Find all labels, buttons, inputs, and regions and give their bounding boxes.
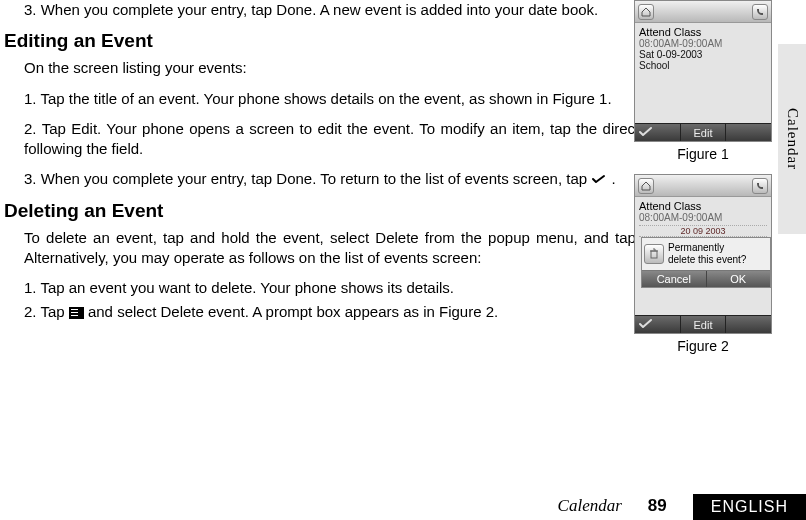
paragraph-editing-step2: 2. Tap Edit. Your phone opens a screen t…: [4, 119, 668, 160]
paragraph-editing-step1: 1. Tap the title of an event. Your phone…: [4, 89, 668, 109]
figure2-dialog-body: Permanently delete this event?: [642, 238, 770, 270]
figure2-softkey-bar: Edit: [635, 315, 771, 333]
figure2-status-bar: [635, 175, 771, 197]
figure1-screen: Attend Class 08:00AM-09:00AM Sat 0-09-20…: [635, 23, 771, 123]
figure1-softkey-center: Edit: [680, 124, 726, 141]
footer-page-number: 89: [648, 496, 667, 520]
back-arrow-icon: [591, 174, 607, 186]
figure2-softkey-back-icon: [639, 318, 653, 330]
section-side-tab: Calendar: [778, 44, 806, 234]
figure1-event-title: Attend Class: [639, 26, 767, 38]
paragraph-editing-step3-a: 3. When you complete your entry, tap Don…: [24, 170, 591, 187]
figure2-event-time: 08:00AM-09:00AM: [639, 212, 767, 223]
footer-section-name: Calendar: [558, 496, 622, 520]
footer-language-badge: ENGLISH: [693, 494, 806, 520]
section-side-tab-label: Calendar: [784, 108, 801, 170]
paragraph-editing-step3: 3. When you complete your entry, tap Don…: [4, 169, 668, 189]
figure2-caption: Figure 2: [634, 338, 772, 354]
figure2-dialog-text: Permanently delete this event?: [668, 242, 746, 266]
paragraph-deleting-step2: 2. Tap and select Delete event. A prompt…: [4, 302, 668, 322]
figure2-dialog-actions: Cancel OK: [642, 270, 770, 287]
figure2-softkey-center: Edit: [680, 316, 726, 333]
heading-deleting-event: Deleting an Event: [4, 200, 668, 222]
figure1-softkey-bar: Edit: [635, 123, 771, 141]
figure2-dialog-line1: Permanently: [668, 242, 746, 254]
figure1-phone: Attend Class 08:00AM-09:00AM Sat 0-09-20…: [634, 0, 772, 142]
paragraph-deleting-intro: To delete an event, tap and hold the eve…: [4, 228, 668, 269]
paragraph-deleting-step2-b: and select Delete event. A prompt box ap…: [88, 303, 498, 320]
figure2-mid-date: 20 09 2003: [639, 225, 767, 237]
figure2-event-title: Attend Class: [639, 200, 767, 212]
figure2-screen: Attend Class 08:00AM-09:00AM 20 09 2003 …: [635, 197, 771, 315]
home-icon: [638, 4, 654, 20]
paragraph-editing-intro: On the screen listing your events:: [4, 58, 668, 78]
home-icon: [638, 178, 654, 194]
menu-icon: [69, 307, 84, 319]
figure2-cancel-button: Cancel: [642, 271, 707, 287]
figure2-ok-button: OK: [707, 271, 771, 287]
svg-rect-0: [651, 251, 657, 258]
figure1-softkey-back-icon: [639, 126, 653, 138]
heading-editing-event: Editing an Event: [4, 30, 668, 52]
figure1-event-date: Sat 0-09-2003: [639, 49, 767, 60]
trash-icon: [644, 244, 664, 264]
main-text-column: 3. When you complete your entry, tap Don…: [4, 0, 668, 323]
phone-icon: [752, 4, 768, 20]
figure1-status-bar: [635, 1, 771, 23]
paragraph-deleting-step1: 1. Tap an event you want to delete. Your…: [4, 278, 668, 298]
phone-icon: [752, 178, 768, 194]
figure1-event-location: School: [639, 60, 767, 71]
paragraph-editing-step3-b: .: [611, 170, 615, 187]
figure2-confirm-dialog: Permanently delete this event? Cancel OK: [641, 237, 771, 288]
figure1-caption: Figure 1: [634, 146, 772, 162]
figure1-event-time: 08:00AM-09:00AM: [639, 38, 767, 49]
figure2-phone: Attend Class 08:00AM-09:00AM 20 09 2003 …: [634, 174, 772, 334]
page-footer: Calendar 89 ENGLISH: [0, 490, 806, 520]
figures-column: Attend Class 08:00AM-09:00AM Sat 0-09-20…: [634, 0, 772, 366]
figure2-dialog-line2: delete this event?: [668, 254, 746, 266]
paragraph-deleting-step2-a: 2. Tap: [24, 303, 69, 320]
paragraph-step-done: 3. When you complete your entry, tap Don…: [4, 0, 668, 20]
